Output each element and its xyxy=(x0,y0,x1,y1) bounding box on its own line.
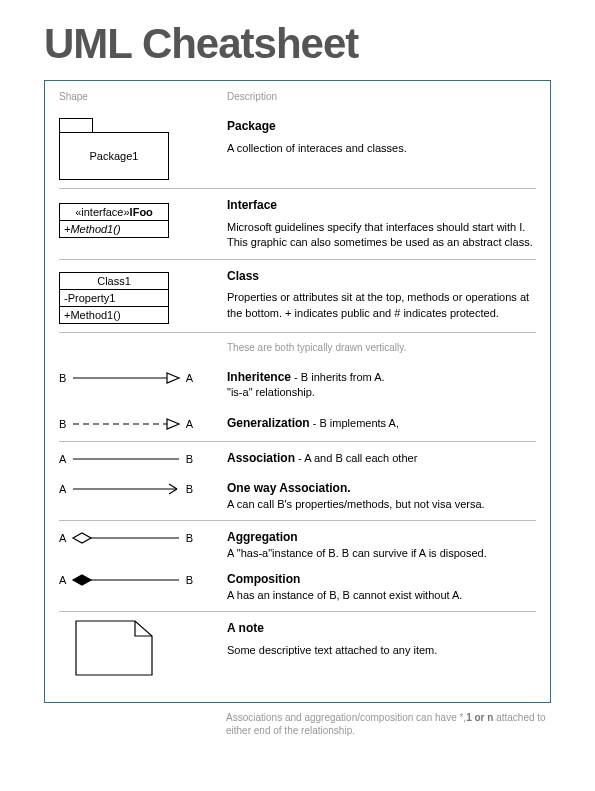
footnote-bold: 1 or n xyxy=(466,712,493,723)
agg-title: Aggregation xyxy=(227,530,298,544)
row-class: Class1 -Property1 +Method1() Class Prope… xyxy=(59,259,536,332)
interface-header: «interface»IFoo xyxy=(60,204,168,221)
shape-aggregation: A B xyxy=(59,529,227,547)
package-body: Package1 xyxy=(59,132,169,180)
ow-sub: A can call B's properties/methods, but n… xyxy=(227,498,485,510)
relationship-note: These are both typically drawn verticall… xyxy=(227,341,536,355)
generalization-arrow-icon xyxy=(71,417,181,431)
svg-line-6 xyxy=(169,484,177,489)
assoc-right: B xyxy=(181,453,193,465)
comp-left: A xyxy=(59,574,71,586)
class-name: Class1 xyxy=(60,273,168,290)
class-title: Class xyxy=(227,268,536,285)
svg-marker-3 xyxy=(167,419,179,429)
inh-sub: "is-a" relationship. xyxy=(227,386,315,398)
page: UML Cheatsheet Shape Description Package… xyxy=(0,0,595,757)
table-header: Shape Description xyxy=(59,91,536,102)
ow-left: A xyxy=(59,483,71,495)
desc-interface: Interface Microsoft guidelines specify t… xyxy=(227,197,536,251)
shape-interface: «interface»IFoo +Method1() xyxy=(59,197,227,238)
ow-right: B xyxy=(181,483,193,495)
header-shape: Shape xyxy=(59,91,227,102)
note-icon xyxy=(75,620,153,676)
svg-marker-10 xyxy=(73,575,91,585)
header-description: Description xyxy=(227,91,536,102)
package-tab xyxy=(59,118,93,132)
oneway-arrow-icon xyxy=(71,482,181,496)
interface-method: +Method1() xyxy=(60,221,168,237)
shape-note xyxy=(59,620,227,678)
agg-left: A xyxy=(59,532,71,544)
row-assoc: A B Association - A and B call each othe… xyxy=(59,441,536,520)
package-label: Package1 xyxy=(90,150,139,162)
desc-generalization: Generalization - B implements A, xyxy=(227,415,536,432)
row-interface: «interface»IFoo +Method1() Interface Mic… xyxy=(59,188,536,259)
assoc-title: Association xyxy=(227,451,295,465)
assoc-tail: - A and B call each other xyxy=(295,452,417,464)
shape-oneway: A B xyxy=(59,480,227,498)
footnote: Associations and aggregation/composition… xyxy=(44,711,551,737)
desc-class: Class Properties or attributes sit at th… xyxy=(227,268,536,322)
gen-left: B xyxy=(59,418,71,430)
inh-tail: - B inherits from A. xyxy=(291,371,385,383)
shape-generalization: B A xyxy=(59,415,227,433)
shape-composition: A B xyxy=(59,571,227,589)
row-package: Package1 Package A collection of interac… xyxy=(59,110,536,188)
class-box: Class1 -Property1 +Method1() xyxy=(59,272,169,324)
class-property: -Property1 xyxy=(60,290,168,307)
shape-inheritence: B A xyxy=(59,369,227,387)
svg-marker-8 xyxy=(73,533,91,543)
spacer xyxy=(59,341,227,361)
interface-desc: Microsoft guidelines specify that interf… xyxy=(227,221,533,248)
class-desc: Properties or attributes sit at the top,… xyxy=(227,291,529,318)
interface-box: «interface»IFoo +Method1() xyxy=(59,203,169,238)
gen-tail: - B implements A, xyxy=(310,417,399,429)
desc-composition: Composition A has an instance of B, B ca… xyxy=(227,571,536,603)
association-line-icon xyxy=(71,452,181,466)
desc-package: Package A collection of interaces and cl… xyxy=(227,118,536,156)
row-agg-comp: A B Aggregation A "has-a"instance of B. … xyxy=(59,520,536,611)
inh-right: A xyxy=(181,372,193,384)
composition-icon xyxy=(71,573,181,587)
desc-inheritence: Inheritence - B inherits from A. "is-a" … xyxy=(227,369,536,401)
shape-class: Class1 -Property1 +Method1() xyxy=(59,268,227,324)
desc-association: Association - A and B call each other xyxy=(227,450,536,467)
gen-right: A xyxy=(181,418,193,430)
row-inh-gen: These are both typically drawn verticall… xyxy=(59,332,536,441)
interface-title: Interface xyxy=(227,197,536,214)
package-title: Package xyxy=(227,118,536,135)
ow-title: One way Association. xyxy=(227,481,351,495)
gen-title: Generalization xyxy=(227,416,310,430)
inh-title: Inheritence xyxy=(227,370,291,384)
package-desc: A collection of interaces and classes. xyxy=(227,142,407,154)
assoc-left: A xyxy=(59,453,71,465)
note-title: A note xyxy=(227,620,536,637)
footnote-pre: Associations and aggregation/composition… xyxy=(226,712,466,723)
svg-marker-12 xyxy=(76,621,152,675)
shape-package: Package1 xyxy=(59,118,227,180)
comp-right: B xyxy=(181,574,193,586)
interface-name: IFoo xyxy=(130,206,153,218)
svg-line-7 xyxy=(169,489,177,494)
svg-marker-1 xyxy=(167,373,179,383)
desc-aggregation: Aggregation A "has-a"instance of B. B ca… xyxy=(227,529,536,561)
content-box: Shape Description Package1 Package A col… xyxy=(44,80,551,703)
aggregation-icon xyxy=(71,531,181,545)
inh-left: B xyxy=(59,372,71,384)
shape-association: A B xyxy=(59,450,227,468)
comp-title: Composition xyxy=(227,572,300,586)
page-title: UML Cheatsheet xyxy=(44,20,551,68)
desc-oneway: One way Association. A can call B's prop… xyxy=(227,480,536,512)
row-note: A note Some descriptive text attached to… xyxy=(59,611,536,686)
interface-stereotype: «interface» xyxy=(75,206,129,218)
desc-note: A note Some descriptive text attached to… xyxy=(227,620,536,658)
agg-right: B xyxy=(181,532,193,544)
class-method: +Method1() xyxy=(60,307,168,323)
inheritence-arrow-icon xyxy=(71,371,181,385)
note-desc: Some descriptive text attached to any it… xyxy=(227,644,437,656)
agg-sub: A "has-a"instance of B. B can survive if… xyxy=(227,547,487,559)
comp-sub: A has an instance of B, B cannot exist w… xyxy=(227,589,462,601)
